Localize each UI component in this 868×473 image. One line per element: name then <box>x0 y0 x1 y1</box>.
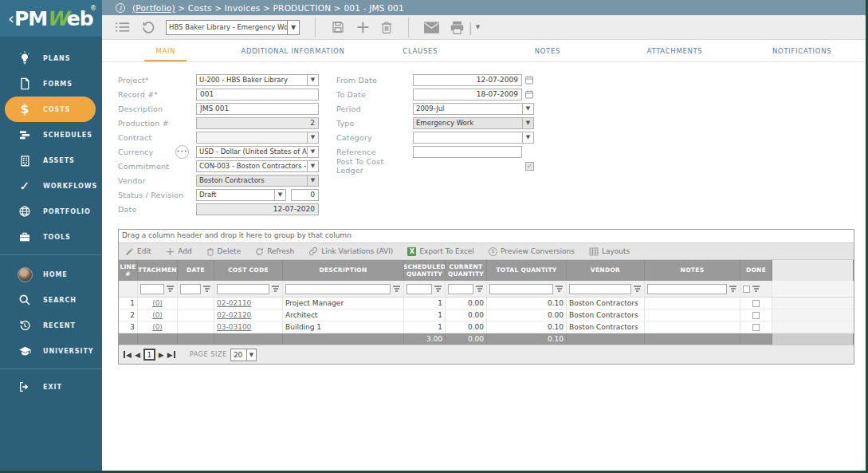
tab-notifications[interactable]: NOTIFICATIONS <box>738 40 866 61</box>
filter-input[interactable] <box>489 284 553 294</box>
page-size-select[interactable]: 20 ▼ <box>230 349 257 361</box>
from-date-input[interactable] <box>413 74 522 86</box>
first-page-button[interactable]: ◀ <box>124 351 132 359</box>
pmweb-logo[interactable]: ‹PMWeb ® <box>0 0 102 37</box>
attachment-link[interactable]: (0) <box>152 311 163 319</box>
filter-input[interactable] <box>647 284 727 294</box>
tab-main[interactable]: MAIN <box>102 40 230 61</box>
filter-icon[interactable] <box>752 286 760 293</box>
project-select[interactable]: U-200 - HBS Baker Library▼ <box>196 74 319 86</box>
table-row[interactable]: 3 (0) 03-03100 Building 1 1 0.00 0.10 Bo… <box>119 321 854 333</box>
filter-icon[interactable] <box>392 286 401 293</box>
currency-options-button[interactable]: ••• <box>175 145 189 159</box>
type-select[interactable]: Emergency Work▼ <box>413 117 534 129</box>
calendar-icon[interactable] <box>524 89 534 99</box>
column-header-current-quantity[interactable]: CURRENT QUANTITY <box>446 260 487 281</box>
table-row[interactable]: 1 (0) 02-02110 Project Manager 1 0.00 0.… <box>119 298 854 309</box>
print-options-caret[interactable]: ▼ <box>476 24 480 30</box>
filter-icon[interactable] <box>555 286 564 293</box>
list-view-icon[interactable] <box>115 21 130 34</box>
tab-clauses[interactable]: CLAUSES <box>356 40 484 61</box>
category-select[interactable]: ▼ <box>413 132 534 144</box>
cost-code-link[interactable]: 02-02110 <box>217 299 251 307</box>
filter-icon[interactable] <box>271 286 280 293</box>
add-button[interactable]: + Add <box>165 245 191 258</box>
link-variations-button[interactable]: Link Variations (AVI) <box>308 246 393 256</box>
attachment-link[interactable]: (0) <box>152 323 163 331</box>
layouts-button[interactable]: Layouts <box>589 247 630 256</box>
reference-input[interactable] <box>413 146 522 158</box>
column-header-total-quantity[interactable]: TOTAL QUANTITY <box>487 260 567 281</box>
filter-input[interactable] <box>285 284 391 294</box>
filter-icon[interactable] <box>729 286 737 293</box>
record-history-icon[interactable] <box>140 20 155 35</box>
period-select[interactable]: 2009-Jul▼ <box>413 103 534 115</box>
filter-icon[interactable] <box>475 286 484 293</box>
tab-notes[interactable]: NOTES <box>484 40 611 61</box>
filter-input[interactable] <box>569 284 631 294</box>
filter-input[interactable] <box>180 284 201 294</box>
description-input[interactable] <box>196 103 319 115</box>
record-number-input[interactable] <box>196 89 319 101</box>
done-checkbox[interactable] <box>752 300 760 307</box>
filter-done-checkbox[interactable] <box>743 286 750 293</box>
filter-icon[interactable] <box>434 286 442 293</box>
tab-additional-information[interactable]: ADDITIONAL INFORMATION <box>230 40 357 61</box>
revision-input[interactable] <box>291 189 319 201</box>
column-header-notes[interactable]: NOTES <box>645 260 740 281</box>
record-selector-dropdown[interactable]: HBS Baker Library - Emergency Work ▼ <box>166 20 300 35</box>
edit-button[interactable]: Edit <box>125 247 151 256</box>
sidebar-item-university[interactable]: UNIVERSITY <box>5 338 96 364</box>
commitment-select[interactable]: CON-003 - Boston Contractors - Comm▼ <box>196 160 319 172</box>
sidebar-item-schedules[interactable]: SCHEDULES <box>5 122 96 148</box>
column-header-attachment[interactable]: ATTACHMENT <box>138 260 178 281</box>
filter-input[interactable] <box>448 284 473 294</box>
sidebar-item-exit[interactable]: EXIT <box>5 374 96 400</box>
column-header-line[interactable]: LINE # <box>119 260 138 281</box>
column-header-cost-code[interactable]: COST CODE <box>214 260 283 281</box>
delete-button[interactable]: Delete <box>206 247 242 256</box>
sidebar-item-home[interactable]: HOME <box>5 262 96 287</box>
vendor-select[interactable]: Boston Contractors▼ <box>196 175 319 187</box>
column-header-description[interactable]: DESCRIPTION <box>283 260 404 281</box>
filter-icon[interactable] <box>166 286 175 293</box>
done-checkbox[interactable] <box>752 312 760 319</box>
preview-conversions-button[interactable]: $ Preview Conversions <box>489 247 575 256</box>
calendar-icon[interactable] <box>524 75 534 85</box>
add-record-icon[interactable]: + <box>355 18 370 36</box>
next-page-button[interactable]: ▶ <box>159 351 164 359</box>
last-page-button[interactable]: ▶ <box>167 351 175 359</box>
export-to-excel-button[interactable]: X Export To Excel <box>407 247 474 256</box>
sidebar-item-tools[interactable]: TOOLS <box>5 224 96 250</box>
filter-input[interactable] <box>407 284 432 294</box>
email-icon[interactable] <box>424 22 439 34</box>
current-page-button[interactable]: 1 <box>143 349 155 361</box>
to-date-input[interactable] <box>413 89 522 101</box>
cost-code-link[interactable]: 02-02120 <box>217 311 251 319</box>
currency-select[interactable]: USD - Dollar (United States of America)▼ <box>196 146 319 158</box>
filter-input[interactable] <box>217 284 269 294</box>
sidebar-item-recent[interactable]: RECENT <box>5 313 96 338</box>
sidebar-item-workflows[interactable]: ✓ WORKFLOWS <box>5 173 96 199</box>
column-header-date[interactable]: DATE <box>178 260 214 281</box>
filter-icon[interactable] <box>633 286 642 293</box>
sidebar-item-forms[interactable]: FORMS <box>5 71 96 97</box>
sidebar-item-costs[interactable]: $ COSTS <box>5 97 96 122</box>
sidebar-item-plans[interactable]: PLANS <box>5 45 96 71</box>
refresh-button[interactable]: Refresh <box>255 247 294 256</box>
previous-page-button[interactable]: ◀ <box>135 351 140 359</box>
sidebar-item-search[interactable]: SEARCH <box>5 287 96 313</box>
status-select[interactable]: Draft▼ <box>196 189 286 201</box>
column-header-scheduled-quantity[interactable]: SCHEDULED QUANTITY <box>404 260 446 281</box>
filter-input[interactable] <box>140 284 164 294</box>
delete-record-icon[interactable] <box>380 20 393 34</box>
breadcrumb-portfolio-link[interactable]: (Portfolio) <box>132 3 175 13</box>
cost-code-link[interactable]: 03-03100 <box>217 323 251 331</box>
print-icon[interactable]: | ▼ <box>450 20 480 35</box>
table-row[interactable]: 2 (0) 02-02120 Architect 1 0.00 0.00 Bos… <box>119 309 854 321</box>
column-header-vendor[interactable]: VENDOR <box>567 260 645 281</box>
column-header-done[interactable]: DONE <box>740 260 772 281</box>
filter-icon[interactable] <box>202 286 211 293</box>
tab-attachments[interactable]: ATTACHMENTS <box>611 40 739 61</box>
sidebar-item-assets[interactable]: ASSETS <box>5 148 96 173</box>
